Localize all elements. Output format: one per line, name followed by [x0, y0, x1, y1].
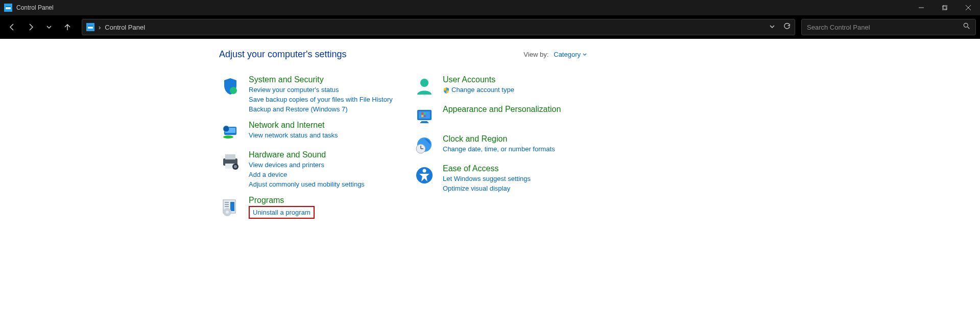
- svg-rect-3: [942, 6, 946, 10]
- category-link[interactable]: Add a device: [249, 170, 365, 179]
- category-link[interactable]: View devices and printers: [249, 160, 365, 169]
- category-link[interactable]: Optimize visual display: [443, 184, 531, 193]
- category-link[interactable]: Uninstall a program: [249, 206, 315, 219]
- category-link[interactable]: View network status and tasks: [249, 131, 338, 140]
- svg-rect-32: [420, 122, 428, 123]
- programs-icon[interactable]: [219, 196, 242, 218]
- category-link-text: Let Windows suggest settings: [443, 175, 531, 182]
- svg-rect-8: [88, 26, 93, 27]
- category-link-text: Save backup copies of your files with Fi…: [249, 96, 393, 103]
- search-input[interactable]: [807, 24, 963, 31]
- category-body: Appearance and Personalization: [443, 105, 561, 127]
- svg-point-42: [423, 169, 426, 173]
- category-column-left: System and SecurityReview your computer'…: [219, 75, 393, 219]
- category-link-text: Change account type: [451, 86, 514, 94]
- svg-point-27: [226, 211, 229, 214]
- category-link-text: View network status and tasks: [249, 131, 338, 139]
- svg-point-14: [223, 135, 233, 139]
- svg-point-11: [230, 87, 237, 94]
- category: Appearance and Personalization: [413, 105, 587, 127]
- shield-badge-icon: [443, 87, 450, 94]
- category-title[interactable]: Network and Internet: [249, 121, 338, 130]
- svg-rect-31: [421, 121, 427, 122]
- category-title[interactable]: Programs: [249, 196, 315, 205]
- globe-icon[interactable]: [219, 121, 242, 143]
- clock-icon[interactable]: [413, 134, 436, 157]
- breadcrumb-current[interactable]: Control Panel: [105, 24, 145, 31]
- search-icon: [963, 22, 970, 32]
- category: Ease of AccessLet Windows suggest settin…: [413, 164, 587, 193]
- category-body: Ease of AccessLet Windows suggest settin…: [443, 164, 531, 193]
- category-link[interactable]: Change date, time, or number formats: [443, 145, 555, 153]
- category: System and SecurityReview your computer'…: [219, 75, 393, 113]
- window-title: Control Panel: [16, 4, 910, 11]
- svg-rect-33: [421, 112, 423, 114]
- address-icon: [86, 23, 94, 31]
- maximize-button[interactable]: [933, 0, 957, 15]
- category-link-text: Add a device: [249, 171, 287, 178]
- category-title[interactable]: Ease of Access: [443, 164, 531, 173]
- svg-rect-4: [943, 5, 947, 9]
- category-title[interactable]: Hardware and Sound: [249, 150, 365, 159]
- app-icon: [4, 4, 12, 12]
- category-link[interactable]: Change account type: [443, 85, 514, 95]
- svg-rect-25: [230, 202, 234, 211]
- category-link[interactable]: Backup and Restore (Windows 7): [249, 105, 393, 113]
- ease-icon[interactable]: [413, 164, 436, 187]
- viewby-dropdown[interactable]: Category: [554, 51, 587, 58]
- svg-rect-36: [424, 115, 426, 117]
- category-link-text: Uninstall a program: [253, 209, 310, 216]
- titlebar: Control Panel: [0, 0, 980, 15]
- minimize-button[interactable]: [910, 0, 933, 15]
- category-body: System and SecurityReview your computer'…: [249, 75, 393, 113]
- category-link-text: Optimize visual display: [443, 185, 510, 192]
- category-columns: System and SecurityReview your computer'…: [219, 75, 587, 219]
- category-title[interactable]: Appearance and Personalization: [443, 105, 561, 114]
- category: Hardware and SoundView devices and print…: [219, 150, 393, 189]
- refresh-button[interactable]: [783, 23, 791, 32]
- shield-icon[interactable]: [219, 75, 242, 98]
- printer-icon[interactable]: [219, 150, 242, 173]
- category-link[interactable]: Review your computer's status: [249, 85, 393, 94]
- up-button[interactable]: [59, 19, 76, 35]
- navbar: › Control Panel: [0, 15, 980, 39]
- back-button[interactable]: [4, 19, 20, 35]
- chevron-down-icon: [583, 53, 587, 57]
- category-body: User AccountsChange account type: [443, 75, 514, 98]
- category-title[interactable]: System and Security: [249, 75, 393, 84]
- category-title[interactable]: User Accounts: [443, 75, 514, 84]
- svg-point-20: [234, 165, 237, 168]
- svg-rect-35: [421, 115, 423, 117]
- category-body: Hardware and SoundView devices and print…: [249, 150, 365, 189]
- page-heading: Adjust your computer's settings: [219, 49, 347, 60]
- user-icon[interactable]: [413, 75, 436, 98]
- category-link-text: View devices and printers: [249, 161, 324, 169]
- monitor-icon[interactable]: [413, 105, 436, 127]
- address-chevron-icon[interactable]: [769, 24, 775, 31]
- breadcrumb-sep: ›: [99, 24, 101, 31]
- category-body: Clock and RegionChange date, time, or nu…: [443, 134, 555, 157]
- category-link[interactable]: Adjust commonly used mobility settings: [249, 180, 365, 189]
- forward-button[interactable]: [22, 19, 39, 35]
- category: Clock and RegionChange date, time, or nu…: [413, 134, 587, 157]
- category-link-text: Change date, time, or number formats: [443, 145, 555, 153]
- svg-rect-34: [424, 112, 426, 114]
- search-bar[interactable]: [801, 19, 976, 35]
- category-body: ProgramsUninstall a program: [249, 196, 315, 219]
- svg-line-10: [968, 27, 970, 29]
- category-column-right: User AccountsChange account typeAppearan…: [413, 75, 587, 219]
- category-title[interactable]: Clock and Region: [443, 134, 555, 144]
- close-button[interactable]: [957, 0, 980, 15]
- address-bar[interactable]: › Control Panel: [82, 19, 795, 35]
- category: Network and InternetView network status …: [219, 121, 393, 143]
- content-area: Adjust your computer's settings View by:…: [0, 39, 980, 219]
- recent-dropdown-button[interactable]: [41, 19, 57, 35]
- viewby-label: View by:: [523, 51, 548, 58]
- category-link[interactable]: Let Windows suggest settings: [443, 174, 531, 183]
- category-link[interactable]: Save backup copies of your files with Fi…: [249, 95, 393, 104]
- category-link-text: Adjust commonly used mobility settings: [249, 180, 365, 188]
- viewby-control: View by: Category: [523, 51, 587, 58]
- svg-rect-23: [225, 204, 229, 205]
- category-link-text: Backup and Restore (Windows 7): [249, 105, 348, 113]
- svg-point-9: [964, 23, 968, 27]
